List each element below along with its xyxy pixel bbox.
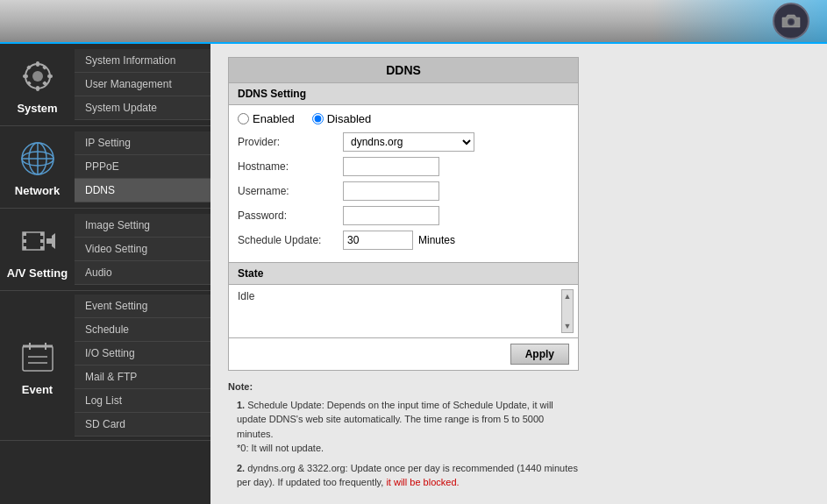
nav-section-av: A/V Setting Image Setting Video Setting … [0, 209, 210, 291]
av-icon [16, 219, 60, 263]
sidebar-item-network[interactable]: Network [0, 126, 75, 208]
nav-section-network: Network IP Setting PPPoE DDNS [0, 126, 210, 209]
username-row: Username: [238, 181, 569, 201]
note-number-2: 2. [237, 463, 247, 473]
system-icon [16, 54, 60, 98]
state-header: State [229, 263, 578, 285]
event-label: Event [22, 383, 53, 396]
schedule-row: Schedule Update: Minutes [238, 231, 569, 250]
nav-item-sd-card[interactable]: SD Card [75, 413, 210, 437]
provider-label: Provider: [238, 136, 343, 148]
sidebar-item-event[interactable]: Event [0, 291, 75, 440]
nav-item-log-list[interactable]: Log List [75, 389, 210, 413]
nav-item-ddns[interactable]: DDNS [75, 179, 210, 202]
hostname-row: Hostname: [238, 157, 569, 176]
state-section: State Idle ▲ ▼ [229, 262, 578, 337]
nav-item-ip-setting[interactable]: IP Setting [75, 131, 210, 155]
minutes-label: Minutes [418, 234, 455, 246]
form-body: Enabled Disabled Provider: dyndns.org no… [229, 105, 578, 262]
radio-enabled[interactable] [238, 113, 249, 124]
notes-section: Note: 1. Schedule Update: Depends on the… [228, 380, 579, 490]
event-nav-items: Event Setting Schedule I/O Setting Mail … [75, 291, 210, 440]
nav-section-system: System System Information User Managemen… [0, 44, 210, 126]
svg-rect-7 [23, 75, 28, 78]
av-label: A/V Setting [7, 266, 68, 280]
ddns-panel: DDNS DDNS Setting Enabled Disabled [228, 57, 579, 371]
password-input[interactable] [343, 206, 439, 225]
nav-item-schedule[interactable]: Schedule [75, 318, 210, 342]
state-scrollbar[interactable]: ▲ ▼ [561, 289, 574, 333]
apply-button[interactable]: Apply [510, 344, 569, 365]
event-icon [16, 336, 60, 380]
password-label: Password: [238, 209, 343, 222]
state-body: Idle ▲ ▼ [229, 285, 578, 337]
radio-row: Enabled Disabled [238, 112, 569, 125]
top-bar [0, 0, 827, 44]
provider-row: Provider: dyndns.org no-ip.com 3322.org [238, 132, 569, 152]
ddns-setting-header: DDNS Setting [229, 83, 578, 105]
svg-rect-26 [23, 346, 53, 371]
nav-item-event-setting[interactable]: Event Setting [75, 295, 210, 318]
svg-rect-24 [40, 246, 44, 250]
radio-disabled-label: Disabled [327, 112, 372, 125]
hostname-input[interactable] [343, 157, 439, 176]
schedule-label: Schedule Update: [238, 234, 343, 246]
radio-disabled[interactable] [312, 113, 324, 124]
provider-select[interactable]: dyndns.org no-ip.com 3322.org [343, 132, 474, 152]
system-nav-items: System Information User Management Syste… [75, 44, 210, 125]
nav-item-io-setting[interactable]: I/O Setting [75, 342, 210, 366]
network-nav-items: IP Setting PPPoE DDNS [75, 126, 210, 208]
av-nav-items: Image Setting Video Setting Audio [75, 209, 210, 290]
apply-row: Apply [229, 337, 578, 370]
system-label: System [17, 102, 57, 115]
svg-rect-20 [23, 239, 26, 243]
state-text: Idle [238, 290, 254, 302]
nav-item-video-setting[interactable]: Video Setting [75, 238, 210, 261]
hostname-label: Hostname: [238, 160, 343, 173]
password-row: Password: [238, 206, 569, 225]
sidebar: System System Information User Managemen… [0, 44, 210, 504]
nav-item-image-setting[interactable]: Image Setting [75, 214, 210, 238]
note-number-1: 1. [237, 400, 247, 410]
note-text-1: Schedule Update: Depends on the input ti… [237, 400, 553, 439]
note-item-1: 1. Schedule Update: Depends on the input… [228, 398, 579, 456]
notes-title: Note: [228, 380, 579, 394]
radio-disabled-option[interactable]: Disabled [312, 112, 372, 125]
svg-rect-19 [23, 232, 26, 236]
network-icon [16, 137, 60, 181]
nav-item-system-update[interactable]: System Update [75, 96, 210, 120]
panel-title: DDNS [229, 58, 578, 83]
svg-point-4 [32, 71, 43, 82]
nav-section-event: Event Event Setting Schedule I/O Setting… [0, 291, 210, 441]
main-area: System System Information User Managemen… [0, 44, 827, 504]
svg-rect-25 [46, 238, 52, 244]
radio-enabled-option[interactable]: Enabled [238, 112, 295, 125]
nav-item-user-mgmt[interactable]: User Management [75, 73, 210, 96]
note-text-1b: *0: It will not update. [237, 443, 324, 453]
sidebar-item-system[interactable]: System [0, 44, 75, 125]
schedule-input[interactable] [343, 231, 413, 250]
note-item-2: 2. dyndns.org & 3322.org: Update once pe… [228, 461, 579, 490]
nav-item-system-info[interactable]: System Information [75, 49, 210, 73]
svg-rect-21 [23, 246, 26, 250]
nav-item-mail-ftp[interactable]: Mail & FTP [75, 366, 210, 389]
svg-rect-23 [40, 239, 44, 243]
username-label: Username: [238, 185, 343, 197]
svg-rect-8 [47, 75, 53, 78]
radio-enabled-label: Enabled [253, 112, 295, 125]
svg-rect-6 [36, 86, 39, 91]
username-input[interactable] [343, 181, 439, 201]
content-area: DDNS DDNS Setting Enabled Disabled [210, 44, 827, 504]
sidebar-item-av[interactable]: A/V Setting [0, 209, 75, 290]
note-text-2-highlight: it will be blocked. [386, 477, 459, 487]
svg-rect-5 [36, 61, 39, 67]
camera-icon [773, 3, 809, 39]
nav-item-pppoe[interactable]: PPPoE [75, 155, 210, 179]
nav-item-audio[interactable]: Audio [75, 261, 210, 285]
svg-rect-22 [40, 232, 44, 236]
network-label: Network [15, 184, 60, 197]
svg-point-2 [789, 20, 794, 25]
